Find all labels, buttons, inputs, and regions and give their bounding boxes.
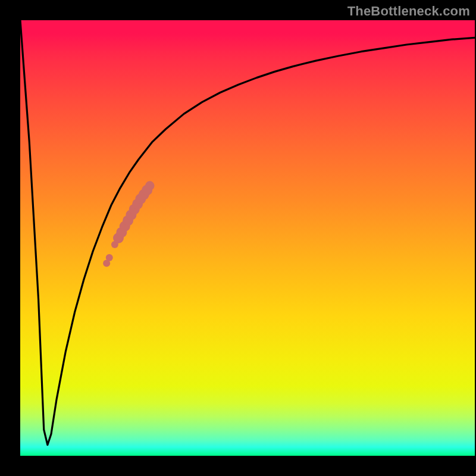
marker-dot xyxy=(106,254,113,261)
bottleneck-curve xyxy=(20,20,475,445)
outer-frame: TheBottleneck.com xyxy=(0,0,476,476)
chart-svg xyxy=(20,20,475,456)
marker-dot xyxy=(145,181,155,190)
curve-markers xyxy=(103,181,154,267)
watermark-text: TheBottleneck.com xyxy=(347,4,470,19)
plot-area xyxy=(20,20,475,456)
